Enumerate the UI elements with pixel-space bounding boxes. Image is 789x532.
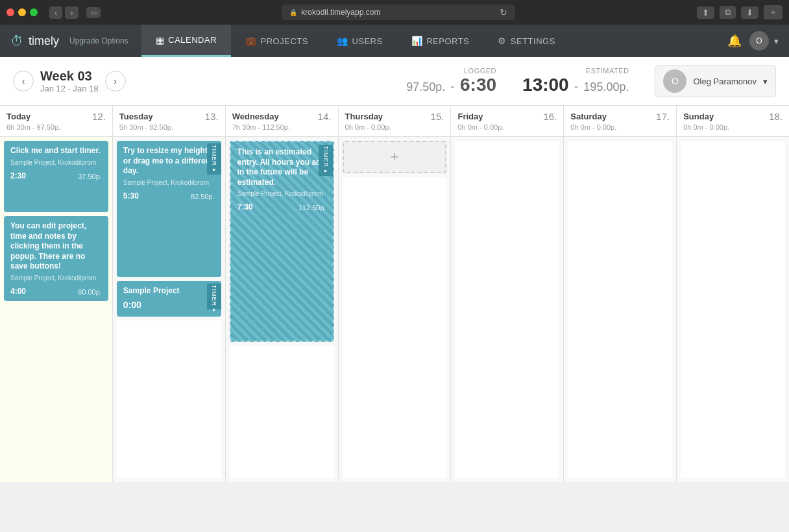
- projects-icon: 💼: [245, 36, 257, 46]
- stats-section: LOGGED 97.50p. - 6:30 ESTIMATED 13:00 - …: [139, 67, 629, 95]
- entry-title: Click me and start timer.: [10, 146, 102, 156]
- bell-button[interactable]: 🔔: [727, 34, 742, 48]
- user-menu-button[interactable]: O ▾: [749, 31, 779, 51]
- nav-right: 🔔 O ▾: [727, 31, 779, 51]
- tab-users-label: USERS: [352, 36, 382, 46]
- day-saturday: Saturday 17. 0h 0m - 0.00p.: [564, 106, 677, 482]
- day-hours-wednesday: 7h 30m - 112.50p.: [232, 123, 332, 131]
- day-header-thursday: Thursday 15. 0h 0m - 0.00p.: [339, 106, 451, 137]
- entry-time: 5:30: [123, 191, 139, 200]
- entry-subtitle: Sample Project, Krokodilprom: [123, 179, 215, 186]
- tab-users[interactable]: 👥 USERS: [322, 25, 397, 57]
- entry-edit-project[interactable]: You can edit project, time and notes by …: [4, 216, 108, 301]
- brand-name: timely: [29, 34, 59, 48]
- user-profile-avatar: O: [663, 69, 686, 93]
- day-name-friday: Friday: [457, 112, 483, 121]
- day-friday: Friday 16. 0h 0m - 0.00p.: [451, 106, 564, 482]
- day-num-thursday: 15.: [431, 111, 444, 122]
- timer-badge: TIMER▸: [207, 284, 221, 309]
- user-profile-button[interactable]: O Oleg Paramonov ▾: [655, 65, 776, 97]
- day-body-tuesday: TIMER▸ Try to resize my height, or drag …: [113, 137, 225, 482]
- settings-icon: ⚙: [498, 36, 507, 46]
- day-header-wednesday: Wednesday 14. 7h 30m - 112.50p.: [226, 106, 338, 137]
- tab-reports-label: REPORTS: [426, 36, 469, 46]
- minimize-button[interactable]: [18, 8, 26, 16]
- day-name-tuesday: Tuesday: [119, 112, 153, 121]
- close-button[interactable]: [6, 8, 14, 16]
- day-header-sunday: Sunday 18. 0h 0m - 0.00p.: [677, 106, 789, 137]
- entry-cost: 82.50p.: [191, 193, 215, 200]
- tab-calendar[interactable]: ▦ CALENDAR: [141, 25, 231, 57]
- entry-time: 2:30: [10, 171, 26, 180]
- tabs-button[interactable]: ⧉: [720, 6, 736, 19]
- day-hours-saturday: 0h 0m - 0.00p.: [570, 123, 670, 131]
- day-name-today: Today: [6, 112, 30, 121]
- entry-click-timer[interactable]: Click me and start timer. Sample Project…: [4, 141, 108, 212]
- entry-subtitle: Sample Project, Krokodilprom: [10, 274, 102, 282]
- tab-settings[interactable]: ⚙ SETTINGS: [483, 25, 570, 57]
- estimated-badge: TIMER▸: [319, 145, 333, 176]
- add-entry-thursday[interactable]: +: [343, 141, 447, 173]
- entry-cost: 60.00p.: [78, 288, 102, 296]
- entry-time: 7:30: [237, 202, 253, 212]
- share-button[interactable]: ⬆: [697, 6, 714, 19]
- back-button[interactable]: ‹: [49, 6, 62, 19]
- day-body-wednesday: TIMER▸ This is an estimated entry. All h…: [226, 137, 338, 482]
- maximize-button[interactable]: [30, 8, 38, 16]
- prev-week-button[interactable]: ‹: [13, 71, 34, 91]
- tab-reports[interactable]: 📊 REPORTS: [397, 25, 484, 57]
- saturday-empty: [568, 141, 672, 478]
- next-week-button[interactable]: ›: [105, 71, 126, 91]
- day-num-wednesday: 14.: [318, 111, 332, 122]
- window-button[interactable]: ▭: [86, 7, 101, 18]
- user-profile-name: Oleg Paramonov: [693, 77, 757, 86]
- entry-sample-project[interactable]: TIMER▸ Sample Project 0:00: [117, 281, 221, 317]
- tab-projects-label: PROJECTS: [261, 36, 308, 46]
- estimated-hours: 195.00p.: [583, 80, 629, 94]
- entry-subtitle: Sample Project, Krokodilprom: [237, 190, 326, 197]
- brand: ⏱ timely: [10, 34, 59, 49]
- titlebar-actions: ⬆ ⧉ ⬇ ＋: [697, 5, 783, 19]
- day-body-sunday: [677, 137, 789, 482]
- wednesday-empty: [230, 346, 334, 478]
- week-title: Week 03: [40, 69, 99, 84]
- estimated-label: ESTIMATED: [586, 67, 629, 75]
- calendar-icon: ▦: [156, 35, 165, 45]
- titlebar-nav: ‹ ›: [49, 6, 79, 19]
- avatar: O: [749, 31, 769, 51]
- chevron-down-icon: ▾: [774, 36, 779, 46]
- entry-title: This is an estimated entry. All hours yo…: [237, 147, 326, 187]
- logged-hours: 97.50p.: [406, 80, 445, 94]
- forward-button[interactable]: ›: [65, 6, 78, 19]
- day-num-saturday: 17.: [656, 111, 670, 122]
- tuesday-empty: [117, 320, 221, 478]
- day-tuesday: Tuesday 13. 5h 30m - 82.50p. TIMER▸ Try …: [113, 106, 226, 482]
- reload-button[interactable]: ↻: [500, 7, 507, 18]
- week-header: ‹ Week 03 Jan 12 - Jan 18 › LOGGED 97.50…: [0, 57, 789, 106]
- titlebar: ‹ › ▭ 🔒 krokodil.timelyapp.com ↻ ⬆ ⧉ ⬇ ＋: [0, 0, 789, 25]
- logged-stat-block: LOGGED 97.50p. - 6:30: [406, 67, 496, 95]
- day-num-today: 12.: [92, 111, 106, 122]
- day-wednesday: Wednesday 14. 7h 30m - 112.50p. TIMER▸ T…: [226, 106, 339, 482]
- entry-title: Sample Project: [123, 286, 215, 296]
- logged-stat-values: 97.50p. - 6:30: [406, 75, 496, 95]
- entry-resize[interactable]: TIMER▸ Try to resize my height, or drag …: [117, 141, 221, 277]
- thursday-empty: [343, 177, 447, 478]
- download-button[interactable]: ⬇: [741, 6, 759, 19]
- tab-calendar-label: CALENDAR: [168, 35, 217, 45]
- brand-icon: ⏱: [10, 34, 23, 49]
- entry-time: 4:00: [10, 287, 26, 296]
- day-num-friday: 16.: [543, 111, 557, 122]
- day-num-tuesday: 13.: [205, 111, 219, 122]
- tab-projects[interactable]: 💼 PROJECTS: [231, 25, 322, 57]
- new-tab-button[interactable]: ＋: [764, 5, 783, 19]
- entry-time-display: 0:00: [123, 299, 215, 311]
- day-hours-tuesday: 5h 30m - 82.50p.: [119, 123, 219, 131]
- entry-subtitle: Sample Project, Krokodilprom: [10, 159, 102, 166]
- traffic-lights: [6, 8, 38, 16]
- day-body-saturday: [564, 137, 676, 482]
- day-hours-sunday: 0h 0m - 0.00p.: [683, 123, 783, 131]
- sunday-empty: [681, 141, 785, 478]
- entry-estimated[interactable]: TIMER▸ This is an estimated entry. All h…: [230, 141, 334, 342]
- upgrade-link[interactable]: Upgrade Options: [69, 36, 128, 45]
